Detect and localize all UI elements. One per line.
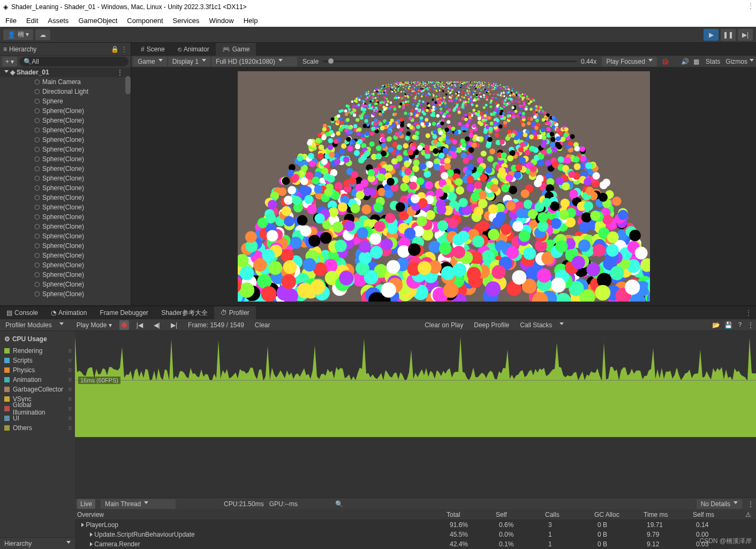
hierarchy-item[interactable]: ⬡Sphere(Clone) xyxy=(0,174,131,183)
panel-menu-icon[interactable]: ⋮ xyxy=(745,309,756,317)
menu-window[interactable]: Window xyxy=(209,17,233,25)
tab-scene[interactable]: #Scene xyxy=(134,43,171,56)
drag-icon[interactable]: ≡ xyxy=(68,347,71,355)
hierarchy-search[interactable]: 🔍 All xyxy=(19,57,128,66)
item-menu-icon[interactable]: ⋮ xyxy=(117,69,131,76)
playmode-dropdown[interactable]: Play Focused xyxy=(602,57,657,66)
profiler-category[interactable]: GarbageCollector≡ xyxy=(0,385,75,394)
hierarchy-item[interactable]: ⬡Sphere(Clone) xyxy=(0,231,131,241)
callstacks-dropdown[interactable]: Call Stacks xyxy=(517,320,555,330)
profiler-hierarchy-dropdown[interactable]: Hierarchy xyxy=(0,537,75,549)
step-button[interactable]: ▶| xyxy=(738,29,753,41)
save-icon[interactable]: 💾 xyxy=(724,321,732,329)
hierarchy-item[interactable]: ⬡Sphere(Clone) xyxy=(0,222,131,231)
expand-icon[interactable] xyxy=(90,532,93,537)
menu-edit[interactable]: Edit xyxy=(26,17,38,25)
expand-icon[interactable] xyxy=(4,70,9,75)
col-overview[interactable]: Overview xyxy=(75,511,444,518)
hierarchy-tab[interactable]: ≡ Hierarchy 🔒 ⋮ xyxy=(0,43,131,56)
hierarchy-lock-icon[interactable]: 🔒 xyxy=(111,46,119,53)
col-warning-icon[interactable]: ⚠ xyxy=(740,511,756,518)
hierarchy-item[interactable]: ⬡Sphere(Clone) xyxy=(0,154,131,164)
modules-dropdown[interactable]: Profiler Modules xyxy=(2,320,55,330)
hierarchy-item[interactable]: ⬡Sphere(Clone) xyxy=(0,212,131,222)
col-selfms[interactable]: Self ms xyxy=(691,511,740,518)
hierarchy-item[interactable]: ⬡Sphere(Clone) xyxy=(0,251,131,260)
load-icon[interactable]: 📂 xyxy=(712,321,720,329)
menu-services[interactable]: Services xyxy=(173,17,200,25)
hierarchy-item[interactable]: ⬡Directional Light xyxy=(0,87,131,96)
tab-animation[interactable]: ◔Animation xyxy=(44,306,93,319)
hierarchy-item[interactable]: ⬡Sphere(Clone) xyxy=(0,270,131,280)
tab-game[interactable]: 🎮Game xyxy=(216,43,256,56)
col-self[interactable]: Self xyxy=(494,511,543,518)
menu-help[interactable]: Help xyxy=(244,17,258,25)
profiler-chart[interactable]: 16ms (60FPS) xyxy=(75,331,756,498)
drag-icon[interactable]: ≡ xyxy=(68,376,71,383)
hierarchy-item[interactable]: ⬡Sphere(Clone) xyxy=(0,202,131,212)
profiler-category[interactable]: Global Illumination≡ xyxy=(0,404,75,413)
thread-dropdown[interactable]: Main Thread xyxy=(101,499,176,509)
tab-profiler[interactable]: ⏱Profiler xyxy=(214,306,256,319)
hierarchy-item[interactable]: ⬡Sphere(Clone) xyxy=(0,135,131,145)
live-badge[interactable]: Live xyxy=(77,499,95,509)
audio-icon[interactable]: 🔊 xyxy=(681,58,689,65)
help-icon[interactable]: ？ xyxy=(737,320,743,329)
gizmos-button[interactable]: Gizmos xyxy=(725,58,747,65)
profiler-category[interactable]: Animation≡ xyxy=(0,375,75,385)
detail-search-icon[interactable]: 🔍 xyxy=(335,500,343,508)
col-timems[interactable]: Time ms xyxy=(641,511,691,518)
hierarchy-item[interactable]: ⬡Sphere(Clone) xyxy=(0,280,131,289)
col-gcalloc[interactable]: GC Alloc xyxy=(592,511,641,518)
game-dropdown[interactable]: Game xyxy=(133,57,167,66)
hierarchy-item[interactable]: ⬡Sphere(Clone) xyxy=(0,145,131,154)
game-view[interactable] xyxy=(131,67,756,305)
hierarchy-item[interactable]: ⬡Sphere xyxy=(0,96,131,106)
hierarchy-item[interactable]: ⬡Sphere(Clone) xyxy=(0,260,131,270)
profiler-category[interactable]: Rendering≡ xyxy=(0,346,75,356)
gizmo-icon[interactable]: ▦ xyxy=(693,58,699,65)
profiler-category[interactable]: Scripts≡ xyxy=(0,356,75,365)
clear-button[interactable]: Clear xyxy=(252,320,274,330)
hierarchy-item[interactable]: ⬡Sphere(Clone) xyxy=(0,193,131,202)
hierarchy-item[interactable]: ⬡Sphere(Clone) xyxy=(0,289,131,299)
drag-icon[interactable]: ≡ xyxy=(68,415,71,422)
tab-shaderref[interactable]: Shader参考大全 xyxy=(155,306,214,319)
tab-framedebug[interactable]: Frame Debugger xyxy=(93,306,155,319)
hierarchy-item[interactable]: ⬡Main Camera xyxy=(0,77,131,87)
tab-animator[interactable]: ⎋Animator xyxy=(171,43,216,56)
menu-file[interactable]: File xyxy=(5,17,17,25)
col-calls[interactable]: Calls xyxy=(543,511,592,518)
playmode-dropdown[interactable]: Play Mode ▾ xyxy=(73,320,115,330)
col-total[interactable]: Total xyxy=(444,511,494,518)
profiler-category[interactable]: Others≡ xyxy=(0,423,75,433)
menu-icon[interactable]: ⋮ xyxy=(747,321,754,329)
hierarchy-menu-icon[interactable]: ⋮ xyxy=(121,46,127,53)
expand-icon[interactable] xyxy=(81,523,84,527)
hierarchy-tree[interactable]: ◈ Shader_01⋮⬡Main Camera⬡Directional Lig… xyxy=(0,67,131,305)
tab-console[interactable]: ▤Console xyxy=(0,306,44,319)
record-button[interactable] xyxy=(119,320,129,330)
details-dropdown[interactable]: No Details xyxy=(697,499,742,509)
drag-icon[interactable]: ≡ xyxy=(68,405,71,412)
tab-menu-icon[interactable]: ⋮ xyxy=(747,2,754,10)
hierarchy-item[interactable]: ⬡Sphere(Clone) xyxy=(0,125,131,135)
stats-button[interactable]: Stats xyxy=(706,58,720,65)
hierarchy-item[interactable]: ⬡Sphere(Clone) xyxy=(0,116,131,125)
play-button[interactable]: ▶ xyxy=(704,29,719,41)
profiler-category[interactable]: Physics≡ xyxy=(0,365,75,375)
drag-icon[interactable]: ≡ xyxy=(68,357,71,364)
profiler-row[interactable]: Camera.Render42.4%0.1%10 B9.120.03 xyxy=(75,539,756,549)
clear-on-play-button[interactable]: Clear on Play xyxy=(421,320,466,330)
drag-icon[interactable]: ≡ xyxy=(68,395,71,403)
cloud-button[interactable]: ☁ xyxy=(35,29,50,40)
scene-root[interactable]: ◈ Shader_01⋮ xyxy=(0,67,131,77)
drag-icon[interactable]: ≡ xyxy=(68,366,71,374)
hierarchy-item[interactable]: ⬡Sphere(Clone) xyxy=(0,106,131,116)
menu-component[interactable]: Component xyxy=(127,17,163,25)
drag-icon[interactable]: ≡ xyxy=(68,424,71,432)
create-button[interactable]: + ▾ xyxy=(2,57,17,66)
frame-back[interactable]: ◀| xyxy=(150,320,163,330)
account-button[interactable]: 👤 楠 ▾ xyxy=(3,29,33,40)
deep-profile-button[interactable]: Deep Profile xyxy=(471,320,512,330)
